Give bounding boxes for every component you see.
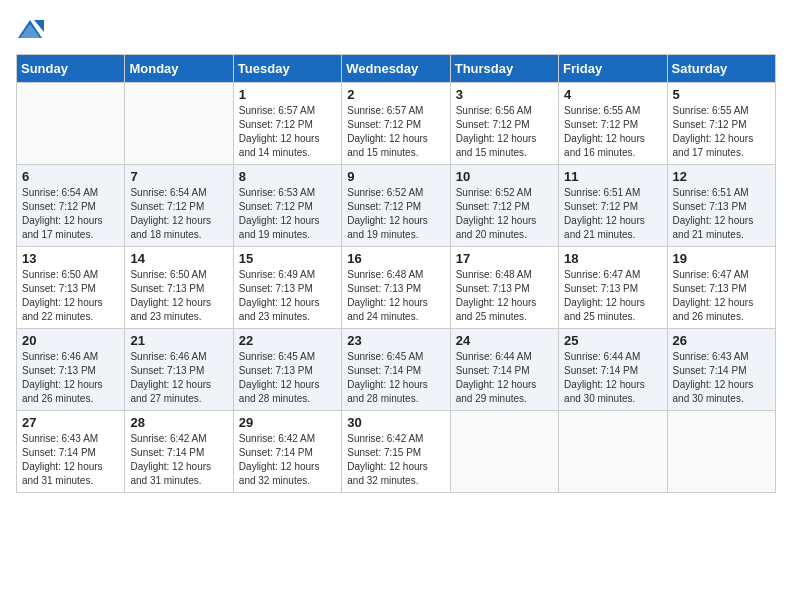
day-info: Sunrise: 6:54 AM Sunset: 7:12 PM Dayligh…: [130, 186, 227, 242]
calendar-cell: 4Sunrise: 6:55 AM Sunset: 7:12 PM Daylig…: [559, 83, 667, 165]
weekday-header-tuesday: Tuesday: [233, 55, 341, 83]
day-info: Sunrise: 6:47 AM Sunset: 7:13 PM Dayligh…: [673, 268, 770, 324]
calendar-cell: 17Sunrise: 6:48 AM Sunset: 7:13 PM Dayli…: [450, 247, 558, 329]
day-info: Sunrise: 6:43 AM Sunset: 7:14 PM Dayligh…: [673, 350, 770, 406]
weekday-header-friday: Friday: [559, 55, 667, 83]
day-info: Sunrise: 6:46 AM Sunset: 7:13 PM Dayligh…: [130, 350, 227, 406]
calendar-cell: 20Sunrise: 6:46 AM Sunset: 7:13 PM Dayli…: [17, 329, 125, 411]
calendar-cell: 3Sunrise: 6:56 AM Sunset: 7:12 PM Daylig…: [450, 83, 558, 165]
calendar-cell: 15Sunrise: 6:49 AM Sunset: 7:13 PM Dayli…: [233, 247, 341, 329]
calendar-cell: 25Sunrise: 6:44 AM Sunset: 7:14 PM Dayli…: [559, 329, 667, 411]
day-number: 10: [456, 169, 553, 184]
day-info: Sunrise: 6:51 AM Sunset: 7:13 PM Dayligh…: [673, 186, 770, 242]
day-info: Sunrise: 6:53 AM Sunset: 7:12 PM Dayligh…: [239, 186, 336, 242]
day-number: 2: [347, 87, 444, 102]
day-info: Sunrise: 6:54 AM Sunset: 7:12 PM Dayligh…: [22, 186, 119, 242]
day-info: Sunrise: 6:57 AM Sunset: 7:12 PM Dayligh…: [347, 104, 444, 160]
day-info: Sunrise: 6:55 AM Sunset: 7:12 PM Dayligh…: [564, 104, 661, 160]
day-number: 20: [22, 333, 119, 348]
calendar-cell: [559, 411, 667, 493]
day-number: 16: [347, 251, 444, 266]
day-info: Sunrise: 6:42 AM Sunset: 7:14 PM Dayligh…: [130, 432, 227, 488]
calendar-cell: 26Sunrise: 6:43 AM Sunset: 7:14 PM Dayli…: [667, 329, 775, 411]
day-info: Sunrise: 6:50 AM Sunset: 7:13 PM Dayligh…: [22, 268, 119, 324]
day-number: 7: [130, 169, 227, 184]
day-info: Sunrise: 6:55 AM Sunset: 7:12 PM Dayligh…: [673, 104, 770, 160]
week-row-2: 6Sunrise: 6:54 AM Sunset: 7:12 PM Daylig…: [17, 165, 776, 247]
day-number: 24: [456, 333, 553, 348]
calendar-cell: [125, 83, 233, 165]
day-info: Sunrise: 6:42 AM Sunset: 7:15 PM Dayligh…: [347, 432, 444, 488]
day-info: Sunrise: 6:48 AM Sunset: 7:13 PM Dayligh…: [347, 268, 444, 324]
week-row-1: 1Sunrise: 6:57 AM Sunset: 7:12 PM Daylig…: [17, 83, 776, 165]
day-info: Sunrise: 6:52 AM Sunset: 7:12 PM Dayligh…: [456, 186, 553, 242]
calendar-cell: [667, 411, 775, 493]
calendar-cell: 24Sunrise: 6:44 AM Sunset: 7:14 PM Dayli…: [450, 329, 558, 411]
day-number: 28: [130, 415, 227, 430]
day-number: 15: [239, 251, 336, 266]
weekday-header-thursday: Thursday: [450, 55, 558, 83]
day-info: Sunrise: 6:47 AM Sunset: 7:13 PM Dayligh…: [564, 268, 661, 324]
week-row-3: 13Sunrise: 6:50 AM Sunset: 7:13 PM Dayli…: [17, 247, 776, 329]
day-number: 9: [347, 169, 444, 184]
calendar-cell: 5Sunrise: 6:55 AM Sunset: 7:12 PM Daylig…: [667, 83, 775, 165]
calendar-cell: 29Sunrise: 6:42 AM Sunset: 7:14 PM Dayli…: [233, 411, 341, 493]
calendar-cell: 1Sunrise: 6:57 AM Sunset: 7:12 PM Daylig…: [233, 83, 341, 165]
calendar-cell: 7Sunrise: 6:54 AM Sunset: 7:12 PM Daylig…: [125, 165, 233, 247]
day-info: Sunrise: 6:51 AM Sunset: 7:12 PM Dayligh…: [564, 186, 661, 242]
day-info: Sunrise: 6:45 AM Sunset: 7:13 PM Dayligh…: [239, 350, 336, 406]
calendar-cell: 12Sunrise: 6:51 AM Sunset: 7:13 PM Dayli…: [667, 165, 775, 247]
day-number: 6: [22, 169, 119, 184]
calendar-cell: 22Sunrise: 6:45 AM Sunset: 7:13 PM Dayli…: [233, 329, 341, 411]
day-number: 11: [564, 169, 661, 184]
day-number: 25: [564, 333, 661, 348]
day-number: 27: [22, 415, 119, 430]
logo: [16, 16, 46, 44]
day-info: Sunrise: 6:50 AM Sunset: 7:13 PM Dayligh…: [130, 268, 227, 324]
day-info: Sunrise: 6:44 AM Sunset: 7:14 PM Dayligh…: [564, 350, 661, 406]
calendar-cell: 9Sunrise: 6:52 AM Sunset: 7:12 PM Daylig…: [342, 165, 450, 247]
day-info: Sunrise: 6:48 AM Sunset: 7:13 PM Dayligh…: [456, 268, 553, 324]
day-number: 22: [239, 333, 336, 348]
day-number: 21: [130, 333, 227, 348]
day-info: Sunrise: 6:43 AM Sunset: 7:14 PM Dayligh…: [22, 432, 119, 488]
calendar-cell: 30Sunrise: 6:42 AM Sunset: 7:15 PM Dayli…: [342, 411, 450, 493]
day-number: 26: [673, 333, 770, 348]
calendar-cell: 18Sunrise: 6:47 AM Sunset: 7:13 PM Dayli…: [559, 247, 667, 329]
weekday-header-sunday: Sunday: [17, 55, 125, 83]
week-row-5: 27Sunrise: 6:43 AM Sunset: 7:14 PM Dayli…: [17, 411, 776, 493]
day-number: 29: [239, 415, 336, 430]
calendar-cell: 10Sunrise: 6:52 AM Sunset: 7:12 PM Dayli…: [450, 165, 558, 247]
logo-icon: [16, 16, 44, 44]
weekday-header-wednesday: Wednesday: [342, 55, 450, 83]
day-number: 4: [564, 87, 661, 102]
day-number: 8: [239, 169, 336, 184]
calendar-cell: 14Sunrise: 6:50 AM Sunset: 7:13 PM Dayli…: [125, 247, 233, 329]
day-number: 1: [239, 87, 336, 102]
day-number: 23: [347, 333, 444, 348]
day-info: Sunrise: 6:46 AM Sunset: 7:13 PM Dayligh…: [22, 350, 119, 406]
day-info: Sunrise: 6:42 AM Sunset: 7:14 PM Dayligh…: [239, 432, 336, 488]
day-number: 13: [22, 251, 119, 266]
calendar-cell: 2Sunrise: 6:57 AM Sunset: 7:12 PM Daylig…: [342, 83, 450, 165]
calendar-cell: [450, 411, 558, 493]
calendar-cell: 19Sunrise: 6:47 AM Sunset: 7:13 PM Dayli…: [667, 247, 775, 329]
weekday-header-monday: Monday: [125, 55, 233, 83]
weekday-header-row: SundayMondayTuesdayWednesdayThursdayFrid…: [17, 55, 776, 83]
calendar-cell: [17, 83, 125, 165]
calendar-cell: 28Sunrise: 6:42 AM Sunset: 7:14 PM Dayli…: [125, 411, 233, 493]
calendar-table: SundayMondayTuesdayWednesdayThursdayFrid…: [16, 54, 776, 493]
page-header: [16, 16, 776, 44]
calendar-cell: 27Sunrise: 6:43 AM Sunset: 7:14 PM Dayli…: [17, 411, 125, 493]
calendar-cell: 23Sunrise: 6:45 AM Sunset: 7:14 PM Dayli…: [342, 329, 450, 411]
day-info: Sunrise: 6:45 AM Sunset: 7:14 PM Dayligh…: [347, 350, 444, 406]
day-info: Sunrise: 6:52 AM Sunset: 7:12 PM Dayligh…: [347, 186, 444, 242]
day-info: Sunrise: 6:57 AM Sunset: 7:12 PM Dayligh…: [239, 104, 336, 160]
day-info: Sunrise: 6:49 AM Sunset: 7:13 PM Dayligh…: [239, 268, 336, 324]
day-number: 14: [130, 251, 227, 266]
calendar-cell: 13Sunrise: 6:50 AM Sunset: 7:13 PM Dayli…: [17, 247, 125, 329]
day-number: 19: [673, 251, 770, 266]
calendar-cell: 8Sunrise: 6:53 AM Sunset: 7:12 PM Daylig…: [233, 165, 341, 247]
day-info: Sunrise: 6:56 AM Sunset: 7:12 PM Dayligh…: [456, 104, 553, 160]
calendar-cell: 21Sunrise: 6:46 AM Sunset: 7:13 PM Dayli…: [125, 329, 233, 411]
